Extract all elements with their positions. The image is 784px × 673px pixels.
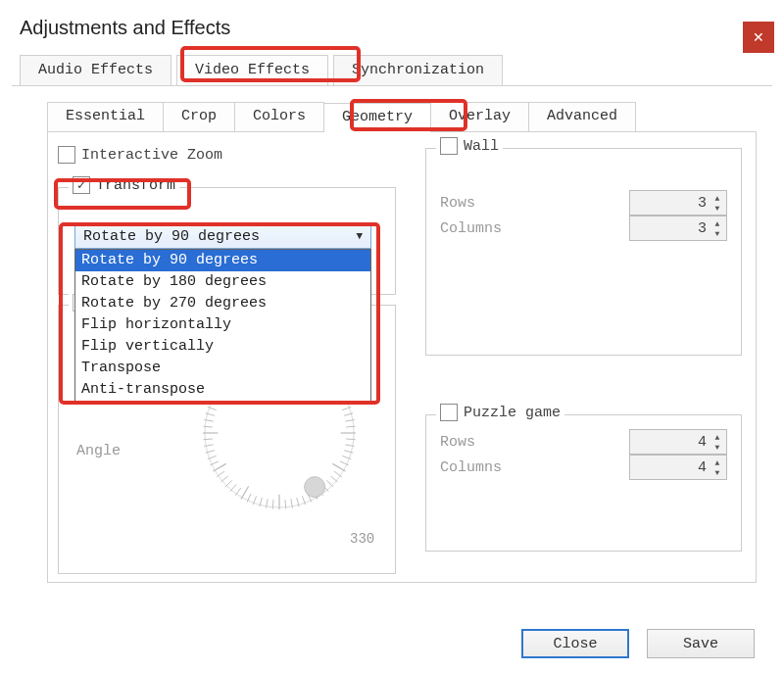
wall-cols-value: 3: [698, 220, 707, 237]
transform-dropdown-list[interactable]: Rotate by 90 degrees Rotate by 180 degre…: [74, 249, 371, 402]
spinner-buttons[interactable]: ▲▼: [710, 457, 724, 477]
puzzle-cols-spinner[interactable]: 4 ▲▼: [629, 455, 727, 480]
transform-dropdown[interactable]: Rotate by 90 degrees ▼: [74, 223, 371, 249]
puzzle-rows-value: 4: [698, 434, 707, 451]
interactive-zoom-row[interactable]: Interactive Zoom: [58, 146, 396, 164]
puzzle-rows-label: Rows: [440, 434, 475, 451]
titlebar: Adjustments and Effects: [12, 8, 772, 47]
svg-line-28: [326, 480, 333, 487]
transform-option[interactable]: Flip horizontally: [75, 314, 370, 336]
puzzle-checkbox[interactable]: [440, 404, 458, 421]
wall-toggle[interactable]: Wall: [436, 137, 503, 155]
geometry-panel: Interactive Zoom ✓ Transform Rotate by 9…: [47, 132, 757, 583]
puzzle-rows-spinner[interactable]: 4 ▲▼: [629, 429, 727, 455]
transform-selected-value: Rotate by 90 degrees: [83, 228, 260, 245]
tab-crop[interactable]: Crop: [163, 102, 235, 131]
transform-checkbox[interactable]: ✓: [73, 176, 90, 194]
transform-option[interactable]: Rotate by 90 degrees: [75, 250, 370, 271]
wall-rows-value: 3: [698, 195, 707, 212]
puzzle-group: Puzzle game Rows 4 ▲▼ Columns 4 ▲▼: [425, 414, 742, 552]
transform-option[interactable]: Rotate by 270 degrees: [75, 293, 370, 314]
save-button[interactable]: Save: [647, 629, 755, 658]
svg-line-25: [332, 463, 345, 471]
tab-video-effects[interactable]: Video Effects: [176, 55, 328, 85]
wall-cols-spinner[interactable]: 3 ▲▼: [629, 216, 727, 241]
dial-330-label: 330: [350, 531, 374, 547]
svg-line-26: [334, 471, 342, 476]
transform-toggle[interactable]: ✓ Transform: [73, 176, 175, 194]
right-column: Wall Rows 3 ▲▼ Columns 3 ▲▼: [425, 142, 742, 572]
spinner-buttons[interactable]: ▲▼: [710, 218, 724, 238]
transform-option[interactable]: Rotate by 180 degrees: [75, 271, 370, 293]
wall-rows-label: Rows: [440, 195, 475, 212]
transform-option[interactable]: Transpose: [75, 358, 370, 379]
puzzle-cols-label: Columns: [440, 459, 502, 476]
transform-title: ✓ Transform: [69, 176, 179, 194]
svg-line-27: [330, 476, 337, 482]
window-title: Adjustments and Effects: [20, 17, 230, 39]
wall-rows-spinner[interactable]: 3 ▲▼: [629, 190, 727, 216]
wall-label: Wall: [464, 138, 499, 155]
svg-line-44: [235, 488, 240, 496]
puzzle-toggle[interactable]: Puzzle game: [436, 404, 564, 421]
sub-tab-bar: Essential Crop Colors Geometry Overlay A…: [47, 102, 757, 132]
puzzle-cols-row: Columns 4 ▲▼: [426, 455, 741, 480]
wall-rows-row: Rows 3 ▲▼: [426, 190, 741, 216]
transform-option[interactable]: Flip vertically: [75, 336, 370, 358]
transform-option[interactable]: Anti-transpose: [75, 379, 370, 401]
puzzle-cols-value: 4: [698, 459, 707, 476]
svg-line-45: [230, 484, 236, 491]
close-button[interactable]: Close: [521, 629, 629, 658]
interactive-zoom-checkbox[interactable]: [58, 146, 75, 164]
wall-cols-row: Columns 3 ▲▼: [426, 216, 741, 241]
interactive-zoom-label: Interactive Zoom: [81, 147, 222, 164]
tab-synchronization[interactable]: Synchronization: [333, 55, 503, 85]
transform-label: Transform: [96, 177, 175, 194]
transform-group: ✓ Transform Rotate by 90 degrees ▼ Rotat…: [58, 187, 396, 295]
left-column: Interactive Zoom ✓ Transform Rotate by 9…: [58, 142, 396, 572]
svg-line-43: [241, 486, 249, 499]
tab-advanced[interactable]: Advanced: [528, 102, 636, 131]
window-close-button[interactable]: ✕: [743, 22, 774, 53]
dialog-footer: Close Save: [521, 629, 755, 658]
tab-geometry[interactable]: Geometry: [323, 103, 431, 132]
spinner-buttons[interactable]: ▲▼: [710, 432, 724, 452]
adjustments-effects-dialog: Adjustments and Effects ✕ Audio Effects …: [12, 8, 772, 664]
tab-overlay[interactable]: Overlay: [430, 102, 529, 131]
tab-essential[interactable]: Essential: [47, 102, 164, 131]
spinner-buttons[interactable]: ▲▼: [710, 193, 724, 213]
main-tab-bar: Audio Effects Video Effects Synchronizat…: [12, 55, 772, 86]
wall-group: Wall Rows 3 ▲▼ Columns 3 ▲▼: [425, 148, 742, 356]
angle-label: Angle: [76, 443, 121, 459]
chevron-down-icon: ▼: [356, 230, 363, 242]
svg-line-48: [217, 471, 224, 476]
svg-line-49: [214, 463, 226, 471]
dial-knob[interactable]: [305, 477, 325, 498]
tab-audio-effects[interactable]: Audio Effects: [20, 55, 172, 85]
close-icon: ✕: [753, 29, 764, 45]
wall-checkbox[interactable]: [440, 137, 458, 155]
tab-colors[interactable]: Colors: [234, 102, 324, 131]
puzzle-label: Puzzle game: [464, 405, 561, 421]
puzzle-rows-row: Rows 4 ▲▼: [426, 429, 741, 455]
video-effects-panel: Essential Crop Colors Geometry Overlay A…: [47, 102, 757, 583]
svg-line-46: [225, 480, 232, 487]
svg-line-47: [220, 476, 227, 482]
wall-cols-label: Columns: [440, 220, 502, 237]
